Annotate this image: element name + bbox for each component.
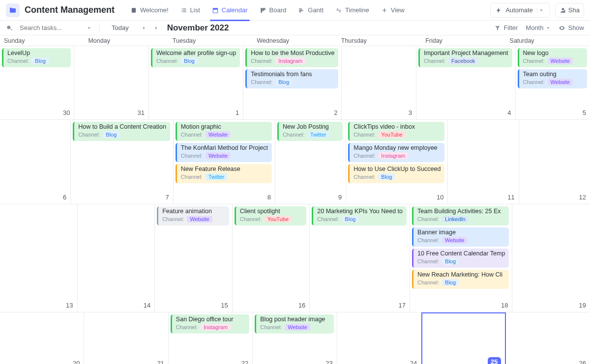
calendar-cell[interactable]: 31 bbox=[74, 46, 148, 120]
calendar-event[interactable]: 20 Marketing KPIs You Need toChannel:Blo… bbox=[312, 206, 407, 225]
automate-button[interactable]: Automate bbox=[490, 3, 550, 18]
channel-label: Channel: bbox=[417, 216, 439, 222]
calendar-event[interactable]: ClickTips video - inboxChannel:YouTube bbox=[348, 122, 444, 141]
calendar-cell[interactable]: 6 bbox=[0, 120, 71, 204]
date-number: 21 bbox=[157, 360, 164, 364]
list-icon bbox=[180, 7, 187, 14]
automate-caret[interactable] bbox=[537, 8, 546, 13]
calendar-cell[interactable]: Team Building Activities: 25 ExChannel:L… bbox=[410, 204, 512, 312]
calendar-cell[interactable]: 20 bbox=[0, 312, 84, 364]
event-meta: Channel:Website bbox=[162, 216, 225, 223]
event-meta: Channel:Instagram bbox=[354, 152, 441, 159]
calendar-event[interactable]: Motion graphicChannel:Website bbox=[176, 122, 272, 141]
calendar-event[interactable]: Important Project ManagementChannel:Face… bbox=[418, 48, 512, 67]
calendar-cell[interactable]: LevelUpChannel:Blog30 bbox=[0, 46, 74, 120]
tab-list[interactable]: List bbox=[175, 0, 206, 21]
channel-label: Channel: bbox=[354, 153, 375, 159]
calendar-cell[interactable]: 24 bbox=[337, 312, 421, 364]
calendar-cell[interactable]: How to Build a Content CreationChannel:B… bbox=[71, 120, 174, 204]
calendar-event[interactable]: LevelUpChannel:Blog bbox=[2, 48, 71, 67]
channel-label: Channel: bbox=[162, 216, 184, 222]
channel-label: Channel: bbox=[417, 258, 439, 264]
event-title: New logo bbox=[523, 50, 583, 56]
filter-button[interactable]: Filter bbox=[494, 24, 518, 31]
calendar-event[interactable]: How to be the Most ProductiveChannel:Ins… bbox=[245, 48, 338, 67]
calendar-cell[interactable]: Feature animationChannel:Website15 bbox=[155, 204, 233, 312]
topbar: Content Management Welcome!ListCalendarB… bbox=[0, 0, 590, 21]
next-month-button[interactable] bbox=[153, 25, 159, 31]
month-selector[interactable]: Month bbox=[526, 24, 551, 31]
calendar-event[interactable]: Team Building Activities: 25 ExChannel:L… bbox=[412, 206, 509, 225]
calendar-cell[interactable]: 12 bbox=[519, 120, 590, 204]
channel-label: Channel: bbox=[251, 79, 272, 85]
view-tab-label: Welcome! bbox=[140, 6, 169, 14]
calendar-cell[interactable]: 13 bbox=[0, 204, 78, 312]
search-input[interactable] bbox=[20, 24, 79, 31]
calendar-event[interactable]: How to Use ClickUp to SucceedChannel:Blo… bbox=[348, 164, 444, 183]
calendar-cell[interactable]: 19 bbox=[512, 204, 590, 312]
calendar-cell[interactable]: 21 bbox=[84, 312, 168, 364]
calendar-cell[interactable]: 11 bbox=[448, 120, 519, 204]
calendar-event[interactable]: Client spotlightChannel:YouTube bbox=[235, 206, 307, 225]
calendar-event[interactable]: Feature animationChannel:Website bbox=[157, 206, 229, 225]
calendar-cell[interactable]: Motion graphicChannel:WebsiteThe KonMari… bbox=[174, 120, 275, 204]
calendar-event[interactable]: Testimonials from fansChannel:Blog bbox=[245, 69, 338, 88]
calendar-event[interactable]: 10 Free Content Calendar TempChannel:Blo… bbox=[412, 249, 509, 268]
event-title: 10 Free Content Calendar Temp bbox=[417, 250, 505, 257]
add-view-button[interactable]: View bbox=[375, 6, 411, 14]
calendar-cell[interactable]: Blog post header imageChannel:Website23 bbox=[253, 312, 337, 364]
tab-board[interactable]: Board bbox=[254, 0, 293, 21]
calendar-event[interactable]: New Reach Marketing: How CliChannel:Blog bbox=[412, 270, 509, 289]
channel-label: Channel: bbox=[523, 58, 545, 64]
prev-month-button[interactable] bbox=[141, 25, 147, 31]
calendar-event[interactable]: Blog post header imageChannel:Website bbox=[255, 314, 333, 334]
calendar-event[interactable]: Mango Monday new employeeChannel:Instagr… bbox=[348, 143, 444, 162]
calendar-event[interactable]: San Diego office tourChannel:Instagram bbox=[171, 314, 249, 334]
calendar-cell[interactable]: 25 bbox=[421, 312, 505, 364]
search-icon[interactable] bbox=[6, 25, 13, 31]
view-tab-label: Timeline bbox=[345, 6, 369, 14]
share-button[interactable]: Sha bbox=[555, 3, 584, 18]
event-title: New Job Posting bbox=[283, 123, 339, 130]
date-number: 12 bbox=[579, 194, 586, 201]
calendar-event[interactable]: Team outingChannel:Website bbox=[518, 69, 587, 88]
event-title: New Feature Release bbox=[181, 166, 268, 172]
event-title: New Reach Marketing: How Cli bbox=[417, 271, 505, 278]
expand-icon[interactable] bbox=[86, 25, 92, 31]
date-number: 5 bbox=[583, 109, 586, 116]
calendar-event[interactable]: New Job PostingChannel:Twitter bbox=[277, 122, 343, 141]
calendar-cell[interactable]: 3 bbox=[342, 46, 416, 120]
tab-gantt[interactable]: Gantt bbox=[292, 0, 329, 21]
channel-tag: Facebook bbox=[448, 57, 478, 64]
event-title: How to be the Most Productive bbox=[251, 50, 334, 56]
calendar-cell[interactable]: Important Project ManagementChannel:Face… bbox=[416, 46, 516, 120]
calendar-cell[interactable]: San Diego office tourChannel:Instagram22 bbox=[169, 312, 253, 364]
calendar-event[interactable]: How to Build a Content CreationChannel:B… bbox=[73, 122, 170, 141]
channel-tag: Website bbox=[206, 152, 231, 159]
calendar-event[interactable]: New logoChannel:Website bbox=[518, 48, 587, 67]
calendar-cell[interactable]: New logoChannel:WebsiteTeam outingChanne… bbox=[516, 46, 590, 120]
calendar-cell[interactable]: Client spotlightChannel:YouTube16 bbox=[233, 204, 310, 312]
show-button[interactable]: Show bbox=[559, 24, 584, 31]
calendar-event[interactable]: Welcome after profile sign-upChannel:Blo… bbox=[151, 48, 240, 67]
calendar-cell[interactable]: New Job PostingChannel:Twitter9 bbox=[275, 120, 346, 204]
tab-calendar[interactable]: Calendar bbox=[206, 0, 254, 21]
event-meta: Channel:Blog bbox=[417, 258, 505, 265]
calendar-cell[interactable]: 20 Marketing KPIs You Need toChannel:Blo… bbox=[310, 204, 410, 312]
calendar-cell[interactable]: Welcome after profile sign-upChannel:Blo… bbox=[149, 46, 243, 120]
tab-timeline[interactable]: Timeline bbox=[329, 0, 375, 21]
calendar-event[interactable]: New Feature ReleaseChannel:Twitter bbox=[176, 164, 272, 183]
calendar-cell[interactable]: ClickTips video - inboxChannel:YouTubeMa… bbox=[346, 120, 448, 204]
channel-tag: YouTube bbox=[378, 131, 405, 138]
event-meta: Channel:Instagram bbox=[251, 57, 334, 64]
calendar-event[interactable]: Banner imageChannel:Website bbox=[412, 227, 509, 247]
today-button[interactable]: Today bbox=[107, 23, 134, 33]
filter-icon bbox=[494, 25, 501, 31]
tab-welcome-[interactable]: Welcome! bbox=[124, 0, 175, 21]
calendar-cell[interactable]: How to be the Most ProductiveChannel:Ins… bbox=[243, 46, 342, 120]
calendar-cell[interactable]: 14 bbox=[78, 204, 155, 312]
folder-button[interactable] bbox=[6, 3, 20, 17]
calendar-event[interactable]: The KonMari Method for ProjectChannel:We… bbox=[176, 143, 272, 162]
calendar-cell[interactable]: 26 bbox=[506, 312, 590, 364]
date-number: 4 bbox=[507, 109, 511, 116]
